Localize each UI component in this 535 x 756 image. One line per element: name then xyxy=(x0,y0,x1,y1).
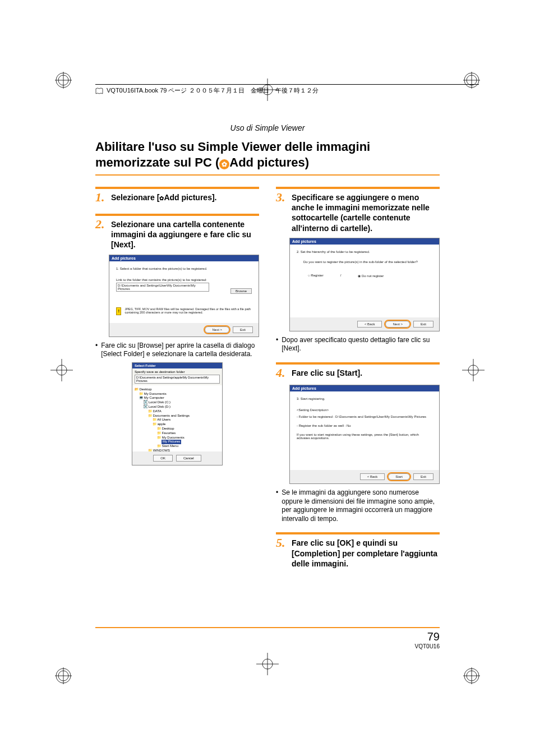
path-input[interactable]: D:\Documents and Settings\apple\My Docum… xyxy=(135,375,220,384)
add-pictures-dialog-3: Add pictures 3. Start registering. <Sett… xyxy=(289,385,440,484)
back-button[interactable]: < Back xyxy=(360,473,385,480)
selected-folder[interactable]: My Pictures xyxy=(162,440,181,444)
page-number: 79 xyxy=(415,630,440,643)
dialog-subtitle: Specify save as destination folder xyxy=(135,370,220,374)
dialog-step-label: 2. Set the hierarchy of the folder to be… xyxy=(297,250,432,253)
step-5: 5. Fare clic su [OK] e quindi su [Comple… xyxy=(276,532,440,569)
step-4: 4. Fare clic su [Start]. Add pictures 3.… xyxy=(276,362,440,523)
select-folder-dialog: Select Folder Specify save as destinatio… xyxy=(132,362,223,465)
dialog-title: Add pictures xyxy=(290,385,439,391)
folder-tree[interactable]: 📂 Desktop 📁 My Documents 💻 My Computer 💽… xyxy=(132,385,222,451)
crosshair-icon xyxy=(50,359,73,384)
add-pictures-icon: ✿ xyxy=(219,159,229,169)
page-title: Abilitare l'uso su Simple Viewer delle i… xyxy=(95,139,440,170)
warning-icon: ! xyxy=(116,307,121,315)
right-column: 3. Specificare se aggiungere o meno anch… xyxy=(276,187,440,578)
exit-button[interactable]: Exit xyxy=(413,473,433,480)
dialog-title: Select Folder xyxy=(132,363,222,368)
path-input[interactable]: D:\Documents and Settings\User\My Docume… xyxy=(116,283,209,292)
crosshair-icon xyxy=(462,359,485,384)
step-3: 3. Specificare se aggiungere o meno anch… xyxy=(276,187,440,353)
step-1: 1. Selezionare [✿Add pictures]. xyxy=(95,187,259,205)
step-note: • Dopo aver specificato questo dettaglio… xyxy=(276,336,440,353)
book-icon xyxy=(95,87,103,94)
step-text: Specificare se aggiungere o meno anche l… xyxy=(292,192,440,233)
dialog-step-label: 3. Start registering. xyxy=(297,397,432,400)
radio-register[interactable]: ○ Register xyxy=(308,274,324,278)
desc-line: - Register the sub folder as well : No xyxy=(297,424,432,427)
page-footer: 79 VQT0U16 xyxy=(415,630,440,649)
dialog-question: Do you want to register the picture(s) i… xyxy=(297,260,432,264)
registration-mark-icon xyxy=(463,667,480,684)
title-rule xyxy=(95,174,440,176)
exit-button[interactable]: Exit xyxy=(413,321,433,328)
section-name: Uso di Simple Viewer xyxy=(0,123,535,132)
cancel-button[interactable]: Cancel xyxy=(176,455,201,462)
ok-button[interactable]: OK xyxy=(153,455,173,462)
step-number: 1. xyxy=(95,191,108,204)
next-button[interactable]: Next > xyxy=(205,326,229,333)
step-number: 2. xyxy=(95,218,108,231)
browse-button[interactable]: Browse xyxy=(230,288,252,294)
step-text: Selezionare una cartella contenente imma… xyxy=(111,219,259,250)
radio-do-not-register[interactable]: ◉ Do not register xyxy=(358,274,384,278)
step-note: • Fare clic su [Browse] per aprire la ca… xyxy=(95,342,259,359)
title-suffix: Add pictures) xyxy=(229,155,309,169)
back-button[interactable]: < Back xyxy=(357,321,382,328)
dialog-link-label: Link to the folder that contains the pic… xyxy=(116,278,252,282)
exit-button[interactable]: Exit xyxy=(233,326,253,333)
header-bar: VQT0U16ITA.book 79 ページ ２００５年７月１日 金曜日 午後７… xyxy=(95,84,479,95)
content-area: Abilitare l'uso su Simple Viewer delle i… xyxy=(95,139,440,578)
step-note: • Se le immagini da aggiungere sono nume… xyxy=(276,488,440,523)
step-text: Fare clic su [OK] e quindi su [Completio… xyxy=(292,538,440,569)
add-pictures-dialog-1: Add pictures 1. Select a folder that con… xyxy=(109,255,259,337)
dialog-title: Add pictures xyxy=(290,238,439,245)
file-info-text: VQT0U16ITA.book 79 ページ ２００５年７月１日 金曜日 午後７… xyxy=(107,86,319,95)
warning-text: JPEG, TIFF, MOV and RAW files will be re… xyxy=(124,307,252,314)
registration-mark-icon xyxy=(55,72,72,89)
dialog-title: Add pictures xyxy=(109,255,259,261)
desc-label: <Setting Description> xyxy=(297,408,432,412)
start-button[interactable]: Start xyxy=(388,473,410,480)
step-text: Fare clic su [Start]. xyxy=(292,368,440,378)
step-number: 3. xyxy=(276,191,288,204)
doc-code: VQT0U16 xyxy=(415,643,440,649)
next-button[interactable]: Next > xyxy=(385,321,410,328)
step-number: 4. xyxy=(276,367,288,379)
crosshair-icon xyxy=(256,653,279,677)
dialog-step-label: 1. Select a folder that contains the pic… xyxy=(116,267,252,270)
left-column: 1. Selezionare [✿Add pictures]. 2. Selez… xyxy=(95,187,259,578)
registration-mark-icon xyxy=(55,667,72,684)
step-2: 2. Selezionare una cartella contenente i… xyxy=(95,214,259,465)
desc-line: If you want to start registration using … xyxy=(297,433,432,440)
step-text: Selezionare [✿Add pictures]. xyxy=(111,192,259,202)
desc-line: - Folder to be registered : D:\Documents… xyxy=(297,415,432,418)
add-pictures-dialog-2: Add pictures 2. Set the hierarchy of the… xyxy=(289,238,440,331)
step-number: 5. xyxy=(276,537,288,549)
page: VQT0U16ITA.book 79 ページ ２００５年７月１日 金曜日 午後７… xyxy=(0,0,535,756)
